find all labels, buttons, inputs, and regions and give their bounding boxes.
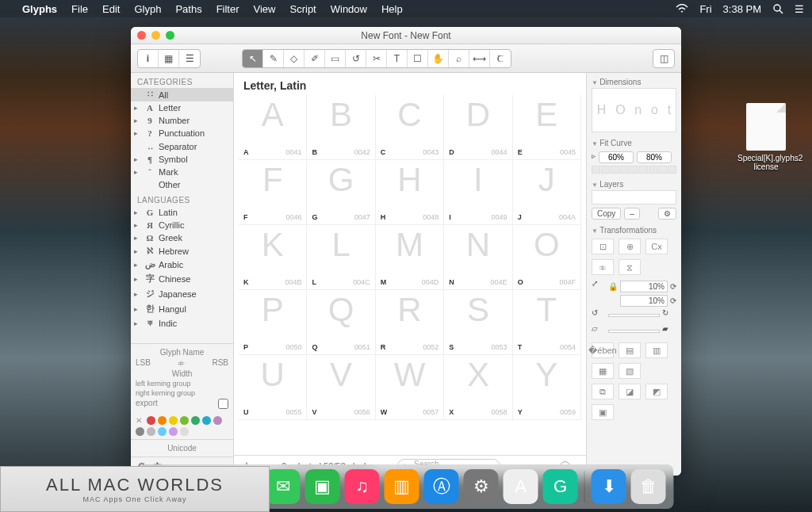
menu-glyph[interactable]: Glyph [134,3,161,15]
glyph-cell-S[interactable]: SS0053 [444,290,512,355]
dock-facetime[interactable]: ▣ [305,469,340,504]
draw-tool[interactable]: ✐ [304,50,325,67]
glyph-cell-L[interactable]: LL004C [307,225,375,290]
fitcurve-high[interactable] [637,151,672,163]
language-arabic[interactable]: ▸ضArabic [131,258,233,271]
dimensions-header[interactable]: Dimensions [592,76,676,88]
layers-header[interactable]: Layers [592,178,676,190]
glyph-cell-D[interactable]: DD0044 [444,95,512,160]
category-symbol[interactable]: ▸¶Symbol [131,153,233,166]
zoom-tool[interactable]: ⌕ [449,50,469,67]
glyph-cell-C[interactable]: CC0043 [376,95,444,160]
panel-toggle-button[interactable]: ◫ [653,50,674,67]
glyph-cell-E[interactable]: EE0045 [513,95,581,160]
desktop-file[interactable]: Special[K].glyphs2 license [737,103,795,171]
wifi-icon[interactable] [676,4,688,13]
slant-left-button[interactable]: ▱ [592,324,606,338]
list-view-button[interactable]: ☰ [179,50,200,67]
language-hangul[interactable]: ▸한Hangul [131,301,233,316]
align-bottom-icon[interactable]: ▧ [619,363,641,379]
fitcurve-steps[interactable] [592,166,676,174]
glyph-cell-B[interactable]: BB0042 [307,95,375,160]
glyph-cell-A[interactable]: AA0041 [239,95,307,160]
glyph-cell-M[interactable]: MM004D [376,225,444,290]
rotate-ccw-button[interactable]: ↺ [592,308,606,323]
category-punctuation[interactable]: ▸?Punctuation [131,127,233,139]
glyph-cell-K[interactable]: KK004B [239,225,307,290]
fitcurve-low[interactable] [599,151,634,163]
primitive-tool[interactable]: ▭ [325,50,346,67]
hand-tool[interactable]: ✋ [428,50,449,67]
category-number[interactable]: ▸9Number [131,114,233,127]
delete-layer-button[interactable]: – [624,208,640,220]
knife-tool[interactable]: ✂ [366,50,387,67]
color-label-3[interactable] [180,416,189,425]
language-chinese[interactable]: ▸字Chinese [131,271,233,286]
color-label-1[interactable] [158,416,167,425]
slant-field[interactable] [608,330,660,333]
dock-downloads[interactable]: ⬇ [592,469,626,504]
glyph-cell-O[interactable]: OO004F [513,225,581,290]
reference-origin-icon[interactable]: ⊕ [619,239,641,254]
minimize-button[interactable] [151,31,160,40]
glyph-cell-H[interactable]: HH0048 [376,160,444,225]
select-tool[interactable]: ↖ [243,50,263,67]
dock-itunes[interactable]: ♫ [345,469,380,504]
align-center-icon[interactable]: ▤ [619,342,641,358]
mirror-v-icon[interactable]: ⧖ [619,259,641,275]
menu-view[interactable]: View [254,3,276,15]
glyph-cell-U[interactable]: UU0055 [239,355,307,420]
fitcurve-arrow-icon[interactable]: ▹ [592,151,596,163]
pen-tool[interactable]: ✎ [263,50,284,67]
glyph-cell-T[interactable]: TT0054 [513,290,581,355]
rotate-field[interactable] [608,314,660,317]
glyph-cell-X[interactable]: XX0058 [444,355,512,420]
color-clear-icon[interactable]: ✕ [136,416,142,425]
reference-cap-icon[interactable]: Cx [645,239,668,254]
boolean-union-icon[interactable]: ⧉ [592,384,614,399]
language-cyrillic[interactable]: ▸ЯCyrillic [131,219,233,231]
info-view-button[interactable]: i [138,50,159,67]
menu-filter[interactable]: Filter [216,3,239,15]
menu-file[interactable]: File [71,3,88,15]
reference-grid-icon[interactable]: ⊡ [592,239,614,254]
glyph-cell-W[interactable]: WW0057 [376,355,444,420]
color-label-4[interactable] [191,416,200,425]
boolean-exclude-icon[interactable]: ▣ [592,404,614,420]
rotate-cw-button[interactable]: ↻ [662,308,676,323]
scale-button[interactable]: ⤢ [592,279,606,293]
annotate-tool[interactable]: ☐ [408,50,428,67]
glyph-cell-N[interactable]: NN004E [444,225,512,290]
color-label-0[interactable] [147,416,155,425]
close-button[interactable] [137,31,146,40]
language-hebrew[interactable]: ▸ℵHebrew [131,244,233,258]
boolean-subtract-icon[interactable]: ◪ [619,384,641,399]
language-latin[interactable]: ▸GLatin [131,206,233,219]
grid-view-button[interactable]: ▦ [159,50,179,67]
language-indic[interactable]: ▸কIndic [131,316,233,330]
color-label-5[interactable] [202,416,211,425]
copy-layer-button[interactable]: Copy [592,208,621,220]
glyph-cell-Y[interactable]: YY0059 [513,355,581,420]
color-label-7[interactable] [136,427,144,436]
dock-messages[interactable]: ✉ [266,469,301,504]
scale-x-field[interactable]: 10% [620,281,668,292]
text-tool[interactable]: T [387,50,408,67]
slant-right-button[interactable]: ▰ [662,324,676,338]
category-all[interactable]: ∷All [131,88,233,101]
glyph-cell-R[interactable]: RR0052 [376,290,444,355]
transformations-header[interactable]: Transformations [592,224,676,236]
menu-edit[interactable]: Edit [102,3,120,15]
truetype-tool[interactable]: Ꞇ [490,50,511,67]
menu-help[interactable]: Help [381,3,403,15]
glyph-cell-P[interactable]: PP0050 [239,290,307,355]
category-separator[interactable]: ‥Separator [131,139,233,153]
fitcurve-header[interactable]: Fit Curve [592,137,676,149]
dock-grammarly[interactable]: G [543,469,578,504]
rotate-tool[interactable]: ↺ [346,50,366,67]
menu-extras-icon[interactable]: ☰ [795,3,804,15]
erase-tool[interactable]: ◇ [284,50,304,67]
language-greek[interactable]: ▸ΩGreek [131,231,233,244]
color-label-2[interactable] [169,416,178,425]
color-label-9[interactable] [158,427,167,436]
